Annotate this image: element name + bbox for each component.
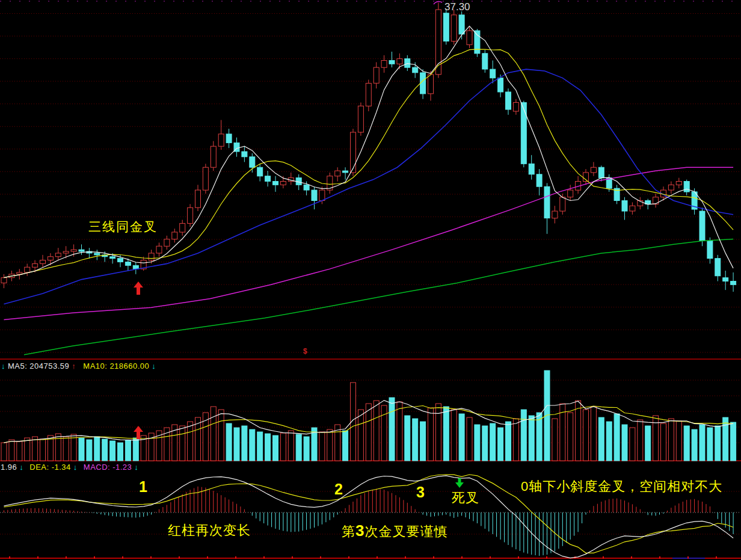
macd-macd-value: -1.23: [112, 463, 132, 472]
golden-cross-1-number: 1: [139, 479, 147, 494]
macd-dif-value: 1.96: [1, 463, 17, 472]
chart-canvas[interactable]: [0, 0, 741, 560]
volume-ma10-label: MA10:: [83, 362, 107, 371]
split-marker: $: [303, 348, 307, 355]
macd-dif-down-arrow-icon: ↓: [19, 463, 23, 472]
third-cross-annotation: 第3次金叉要谨慎: [342, 523, 447, 538]
golden-cross-annotation: 三线同金叉: [88, 220, 158, 233]
macd-down-arrow-icon: ↓: [134, 463, 138, 472]
volume-lead-down-arrow-icon: ↓: [1, 362, 5, 371]
volume-ma5-value: 204753.59: [29, 362, 69, 371]
golden-cross-2-number: 2: [334, 482, 343, 497]
volume-ma10-value: 218660.00: [109, 362, 149, 371]
macd-macd-label: MACD:: [84, 463, 110, 472]
volume-ma5-up-arrow-icon: ↑: [72, 362, 76, 371]
peak-price-label: 37.30: [444, 2, 470, 12]
volume-ma5-label: MA5:: [8, 362, 27, 371]
volume-indicator-header: ↓ MA5: 204753.59 ↑ MA10: 218660.00 ↓: [1, 362, 158, 371]
death-cross-annotation: 死叉: [452, 491, 479, 505]
third-cross-text-num: 3: [355, 522, 364, 540]
macd-dea-value: -1.34: [52, 463, 71, 472]
third-cross-text-post: 次金叉要谨慎: [364, 524, 447, 539]
macd-dea-down-arrow-icon: ↓: [73, 463, 78, 472]
macd-dea-label: DEA:: [29, 463, 49, 472]
macd-indicator-header: 1.96 ↓ DEA: -1.34 ↓ MACD: -1.23 ↓: [1, 463, 141, 472]
stock-chart-window: 37.30 三线同金叉 $ ↓ MA5: 204753.59 ↑ MA10: 2…: [0, 0, 741, 560]
zero-axis-annotation: 0轴下小斜度金叉，空间相对不大: [521, 480, 722, 493]
volume-ma10-down-arrow-icon: ↓: [152, 362, 156, 371]
third-cross-text-pre: 第: [342, 524, 355, 539]
golden-cross-3-number: 3: [416, 485, 425, 500]
red-columns-annotation: 红柱再次变长: [168, 524, 251, 537]
